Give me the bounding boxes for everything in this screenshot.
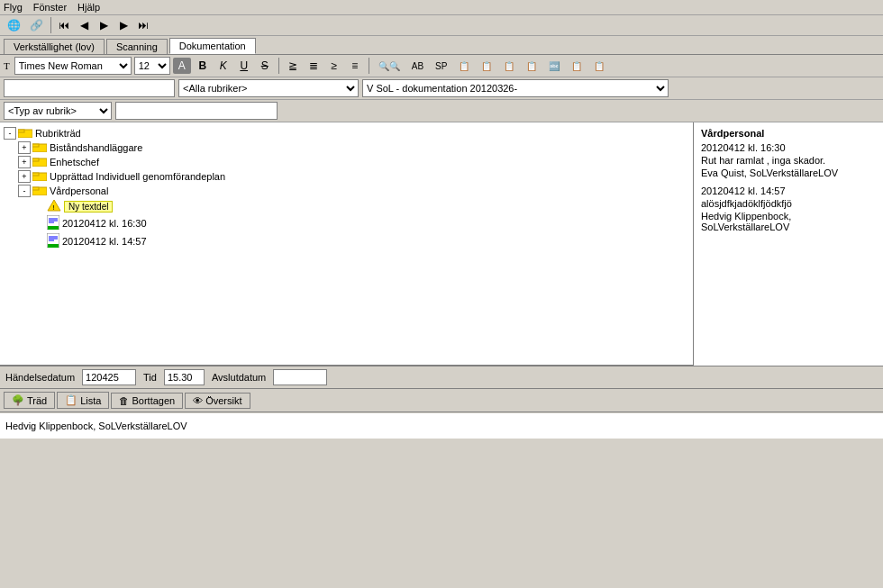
align-right-btn[interactable]: ≥ bbox=[325, 57, 343, 75]
type-value-input[interactable] bbox=[115, 102, 278, 120]
nav-tab-oversikt[interactable]: 👁 Översikt bbox=[185, 393, 250, 409]
toolbar-link[interactable]: 🔗 bbox=[26, 17, 47, 33]
tab-dokumentation[interactable]: Dokumentation bbox=[169, 38, 256, 54]
entry2-author: Hedvig Klippenbock, SoLVerkställareLOV bbox=[701, 211, 876, 232]
align-center-btn[interactable]: ≣ bbox=[305, 57, 323, 75]
svg-rect-7 bbox=[32, 173, 39, 176]
svg-rect-3 bbox=[32, 144, 39, 147]
end-date-label: Avslutdatum bbox=[212, 372, 266, 383]
italic-btn[interactable]: K bbox=[214, 57, 232, 75]
entry2-label: 20120412 kl. 14:57 bbox=[62, 236, 147, 247]
main-toolbar: 🌐 🔗 ⏮ ◀ ▶ ▶ ⏭ bbox=[0, 15, 883, 36]
footer: Hedvig Klippenbock, SoLVerkställareLOV bbox=[0, 412, 883, 439]
toolbar-sep1 bbox=[50, 17, 51, 33]
entry-block-2: 20120412 kl. 14:57 alösjdfkjadöklfjödkfj… bbox=[701, 185, 876, 232]
bistands-label: Biståndshandläggare bbox=[50, 142, 142, 153]
entry1-timestamp: 20120412 kl. 16:30 bbox=[701, 142, 876, 153]
font-size-select[interactable]: 12 bbox=[134, 57, 170, 75]
tree-entry2[interactable]: 20120412 kl. 14:57 bbox=[4, 232, 689, 250]
toolbar-globe[interactable]: 🌐 bbox=[4, 17, 24, 33]
toolbar-first[interactable]: ⏮ bbox=[55, 17, 73, 33]
toolbar-next[interactable]: ▶ bbox=[95, 17, 113, 33]
align-left-btn[interactable]: ≧ bbox=[284, 57, 302, 75]
enhet-expand-icon[interactable]: + bbox=[18, 156, 31, 168]
copy-btn[interactable]: 📋 bbox=[454, 57, 474, 75]
search-bar: <Alla rubriker> V SoL - dokumentation 20… bbox=[0, 77, 883, 100]
ny-warn-icon: ! bbox=[47, 199, 61, 213]
bistands-expand-icon[interactable]: + bbox=[18, 141, 31, 154]
vard-label: Vårdpersonal bbox=[50, 185, 108, 196]
nav-tab-trad-label: Träd bbox=[27, 395, 47, 406]
fmt-sep1 bbox=[278, 58, 279, 74]
nav-tab-trad[interactable]: 🌳 Träd bbox=[4, 392, 55, 409]
tree-panel: - Rubrikträd + Biståndshandläggare + Enh… bbox=[0, 122, 694, 366]
spell-btn[interactable]: SP bbox=[431, 57, 451, 75]
tree-enhet[interactable]: + Enhetschef bbox=[4, 155, 689, 169]
date-label: Händelsedatum bbox=[5, 372, 75, 383]
date-input[interactable] bbox=[82, 369, 136, 385]
nav-tab-borttagen[interactable]: 🗑 Borttagen bbox=[111, 393, 183, 409]
right-panel-title: Vårdpersonal bbox=[701, 128, 876, 139]
deleted-nav-icon: 🗑 bbox=[119, 395, 129, 406]
abc-btn[interactable]: AB bbox=[407, 57, 428, 75]
format-toolbar: T Times New Roman 12 A B K U S ≧ ≣ ≥ ≡ 🔍… bbox=[0, 55, 883, 77]
tree-upp[interactable]: + Upprättad Individuell genomförandeplan bbox=[4, 169, 689, 184]
entry2-doc-icon bbox=[47, 233, 59, 249]
paste2-btn[interactable]: 📋 bbox=[499, 57, 519, 75]
tree-ny-textdel[interactable]: ! Ny textdel bbox=[4, 198, 689, 214]
underline-btn[interactable]: U bbox=[235, 57, 253, 75]
bottom-bar: Händelsedatum Tid Avslutdatum bbox=[0, 366, 883, 389]
tab-verkstallighet[interactable]: Verkställighet (lov) bbox=[4, 39, 105, 54]
paste3-btn[interactable]: 📋 bbox=[522, 57, 542, 75]
search-btn[interactable]: 🔍🔍 bbox=[374, 57, 405, 75]
extra2-btn[interactable]: 📋 bbox=[589, 57, 609, 75]
menu-flyg[interactable]: Flyg bbox=[4, 2, 23, 13]
overview-nav-icon: 👁 bbox=[193, 395, 203, 406]
entry2-timestamp: 20120412 kl. 14:57 bbox=[701, 185, 876, 196]
entry1-doc-icon bbox=[47, 215, 59, 231]
root-folder-icon bbox=[18, 127, 32, 140]
fmt-sep2 bbox=[369, 58, 369, 74]
nav-tab-lista[interactable]: 📋 Lista bbox=[57, 392, 109, 409]
menu-bar: Flyg Fönster Hjälp bbox=[0, 0, 883, 15]
right-panel: Vårdpersonal 20120412 kl. 16:30 Rut har … bbox=[694, 122, 883, 366]
category-select[interactable]: <Alla rubriker> bbox=[178, 79, 359, 97]
font-name-select[interactable]: Times New Roman bbox=[14, 57, 132, 75]
tree-vard[interactable]: - Vårdpersonal bbox=[4, 184, 689, 198]
type-select[interactable]: <Typ av rubrik> bbox=[4, 102, 112, 120]
bistands-folder-icon bbox=[32, 141, 47, 154]
menu-hjalp[interactable]: Hjälp bbox=[77, 2, 100, 13]
bold-btn[interactable]: B bbox=[194, 57, 212, 75]
strikethrough-btn[interactable]: S bbox=[256, 57, 274, 75]
list-btn[interactable]: ≡ bbox=[346, 57, 364, 75]
svg-rect-16 bbox=[48, 226, 59, 230]
font2-btn[interactable]: 🔤 bbox=[544, 57, 564, 75]
font-color-btn[interactable]: A bbox=[173, 58, 191, 74]
toolbar-last[interactable]: ⏭ bbox=[134, 17, 152, 33]
tree-root[interactable]: - Rubrikträd bbox=[4, 126, 689, 140]
toolbar-prev[interactable]: ◀ bbox=[75, 17, 93, 33]
upp-expand-icon[interactable]: + bbox=[18, 170, 31, 183]
time-label: Tid bbox=[143, 372, 157, 383]
time-input[interactable] bbox=[164, 369, 205, 385]
toolbar-next2[interactable]: ▶ bbox=[114, 17, 132, 33]
svg-rect-5 bbox=[32, 158, 39, 161]
nav-tabs: 🌳 Träd 📋 Lista 🗑 Borttagen 👁 Översikt bbox=[0, 389, 883, 412]
tree-entry1[interactable]: 20120412 kl. 16:30 bbox=[4, 214, 689, 232]
entry1-text: Rut har ramlat , inga skador. bbox=[701, 155, 876, 166]
search-input[interactable] bbox=[4, 79, 175, 97]
vard-expand-icon[interactable]: - bbox=[18, 185, 31, 197]
paste-btn[interactable]: 📋 bbox=[477, 57, 496, 75]
menu-fonster[interactable]: Fönster bbox=[33, 2, 67, 13]
tab-scanning[interactable]: Scanning bbox=[106, 39, 168, 54]
root-expand-icon[interactable]: - bbox=[4, 127, 16, 140]
enhet-folder-icon bbox=[32, 156, 47, 168]
entry-block-1: 20120412 kl. 16:30 Rut har ramlat , inga… bbox=[701, 142, 876, 178]
end-date-input[interactable] bbox=[273, 369, 327, 385]
nav-tab-oversikt-label: Översikt bbox=[205, 395, 241, 406]
document-select[interactable]: V SoL - dokumentation 20120326- bbox=[362, 79, 669, 97]
vard-folder-icon bbox=[32, 185, 47, 197]
tree-bistands[interactable]: + Biståndshandläggare bbox=[4, 140, 689, 155]
tree-nav-icon: 🌳 bbox=[12, 394, 24, 406]
extra1-btn[interactable]: 📋 bbox=[567, 57, 587, 75]
